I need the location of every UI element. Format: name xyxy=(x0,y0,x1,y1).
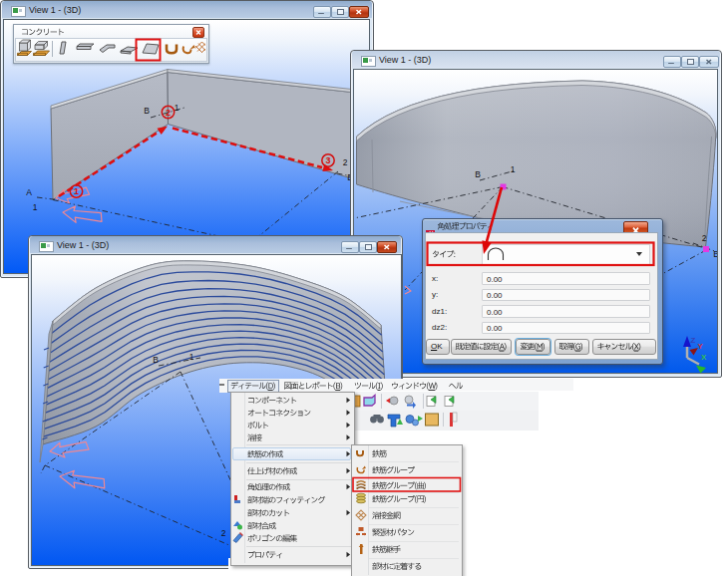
svg-text:Y: Y xyxy=(698,342,704,351)
svg-text:1: 1 xyxy=(33,202,38,212)
svg-text:B: B xyxy=(144,106,150,116)
svg-text:B: B xyxy=(713,249,717,259)
svg-text:2: 2 xyxy=(221,528,226,538)
svg-text:1: 1 xyxy=(74,186,79,196)
svg-text:1: 1 xyxy=(175,103,180,113)
svg-text:1: 1 xyxy=(189,352,194,362)
svg-text:X: X xyxy=(701,353,707,362)
svg-text:2: 2 xyxy=(166,108,171,118)
svg-text:B: B xyxy=(153,355,159,365)
svg-text:A: A xyxy=(26,187,32,197)
svg-text:Z: Z xyxy=(691,336,696,345)
svg-text:B: B xyxy=(475,169,481,179)
svg-text:2: 2 xyxy=(343,157,348,167)
svg-text:1: 1 xyxy=(511,164,516,174)
svg-text:2: 2 xyxy=(702,233,707,243)
svg-text:3: 3 xyxy=(325,155,330,165)
